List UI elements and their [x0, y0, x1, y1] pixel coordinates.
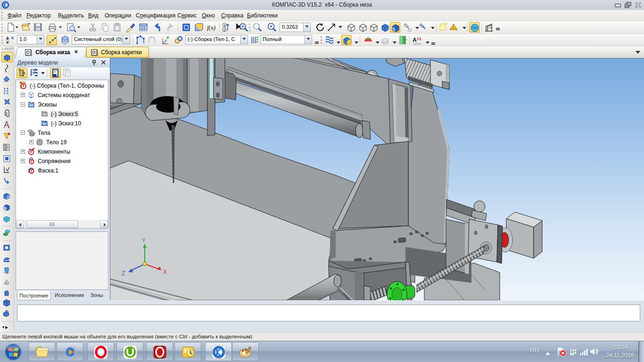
- svg-text:±1: ±1: [417, 36, 421, 41]
- svg-text:Y: Y: [142, 237, 146, 244]
- svg-text:1: 1: [223, 23, 226, 27]
- svg-text:X: X: [163, 269, 167, 275]
- svg-text:A: A: [413, 37, 417, 43]
- svg-text:f(x): f(x): [207, 24, 215, 31]
- svg-text:2: 2: [223, 28, 226, 32]
- svg-text:Z: Z: [122, 270, 125, 277]
